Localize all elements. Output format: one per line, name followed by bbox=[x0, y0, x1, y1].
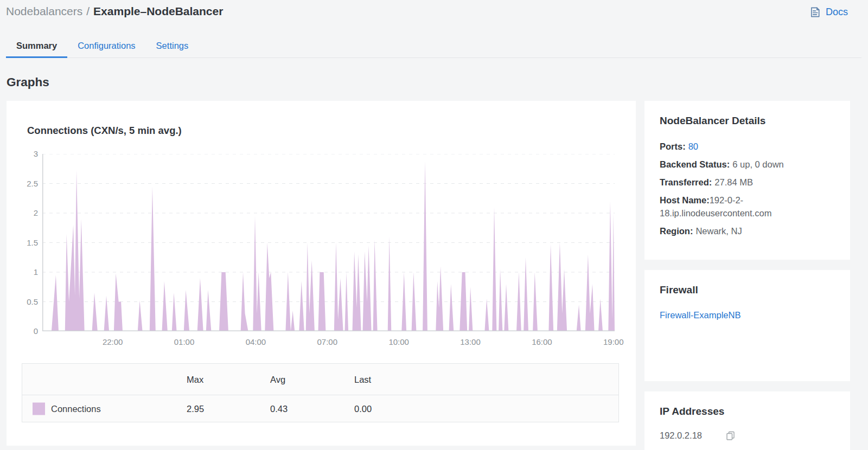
x-tick-label: 22:00 bbox=[91, 337, 135, 346]
hostname-label: Host Name: bbox=[660, 195, 710, 205]
connections-area-chart bbox=[42, 154, 615, 331]
legend-swatch bbox=[33, 402, 45, 415]
transferred-label: Transferred: bbox=[660, 177, 712, 187]
y-tick-label: 0 bbox=[7, 326, 38, 336]
firewall-link[interactable]: Firewall-ExampleNB bbox=[660, 310, 741, 320]
y-tick-label: 0.5 bbox=[7, 297, 38, 307]
x-tick-label: 10:00 bbox=[377, 337, 420, 346]
stat-avg-value: 0.43 bbox=[270, 403, 288, 414]
breadcrumb-nodebalancers-link[interactable]: Nodebalancers bbox=[6, 5, 82, 17]
ip-panel-title: IP Addresses bbox=[660, 406, 835, 417]
x-tick-label: 01:00 bbox=[163, 337, 206, 346]
legend-table: Max Avg Last Connections 2.95 0.43 0.00 bbox=[22, 363, 619, 422]
y-tick-label: 2.5 bbox=[7, 179, 38, 189]
y-tick-label: 3 bbox=[7, 149, 38, 159]
y-tick-label: 2 bbox=[7, 208, 38, 218]
stat-last-value: 0.00 bbox=[354, 403, 372, 414]
legend-table-header: Max Avg Last bbox=[22, 364, 618, 395]
tab-summary[interactable]: Summary bbox=[6, 35, 67, 58]
legend-table-row: Connections 2.95 0.43 0.00 bbox=[22, 395, 618, 422]
x-tick-label: 07:00 bbox=[305, 337, 349, 346]
column-header-last: Last bbox=[354, 374, 371, 384]
graphs-section-title: Graphs bbox=[7, 75, 49, 89]
x-tick-label: 13:00 bbox=[449, 337, 492, 346]
backend-status-label: Backend Status: bbox=[660, 159, 730, 169]
ip-address-value: 192.0.2.18 bbox=[660, 430, 702, 441]
docs-label: Docs bbox=[826, 7, 848, 18]
page-title: Example–NodeBalancer bbox=[93, 5, 223, 17]
column-header-avg: Avg bbox=[270, 374, 285, 384]
transferred-value: 27.84 MB bbox=[714, 177, 753, 187]
ip-addresses-panel: IP Addresses 192.0.2.18 bbox=[644, 391, 850, 450]
page: Nodebalancers/Example–NodeBalancer Docs … bbox=[0, 0, 868, 450]
detail-row-backend-status: Backend Status:6 up, 0 down bbox=[660, 158, 835, 171]
tab-settings[interactable]: Settings bbox=[146, 35, 199, 58]
region-label: Region: bbox=[660, 226, 693, 236]
y-axis-labels: 00.511.522.53 bbox=[7, 154, 38, 331]
y-tick-label: 1.5 bbox=[7, 238, 38, 248]
copy-ip-button[interactable] bbox=[726, 431, 735, 440]
detail-row-ports: Ports:80 bbox=[660, 140, 835, 153]
breadcrumb-separator: / bbox=[86, 5, 90, 17]
firewall-panel: Firewall Firewall-ExampleNB bbox=[644, 270, 850, 381]
backend-status-value: 6 up, 0 down bbox=[732, 159, 784, 169]
connections-graph-panel: Connections (CXN/s, 5 min avg.) 00.511.5… bbox=[7, 101, 636, 446]
legend-series-label: Connections bbox=[51, 403, 101, 414]
chart-title: Connections (CXN/s, 5 min avg.) bbox=[27, 125, 182, 137]
y-tick-label: 1 bbox=[7, 267, 38, 277]
ports-label: Ports: bbox=[660, 142, 686, 151]
detail-row-hostname: Host Name:192-0-2-18.ip.linodeuserconten… bbox=[660, 194, 835, 220]
column-header-max: Max bbox=[187, 374, 203, 384]
region-value: Newark, NJ bbox=[695, 226, 742, 236]
docs-icon bbox=[809, 6, 821, 18]
x-axis-labels: 22:0001:0004:0007:0010:0013:0016:0019:00 bbox=[42, 337, 615, 348]
x-tick-label: 16:00 bbox=[520, 337, 564, 346]
nodebalancer-details-panel: NodeBalancer Details Ports:80 Backend St… bbox=[644, 101, 850, 260]
x-tick-label: 19:00 bbox=[592, 337, 635, 346]
tabbar: Summary Configurations Settings bbox=[6, 35, 199, 58]
connections-area-svg bbox=[42, 154, 615, 331]
detail-row-region: Region:Newark, NJ bbox=[660, 224, 835, 237]
x-tick-label: 04:00 bbox=[234, 337, 277, 346]
tab-configurations[interactable]: Configurations bbox=[67, 35, 145, 58]
breadcrumb: Nodebalancers/Example–NodeBalancer bbox=[6, 5, 223, 18]
detail-row-transferred: Transferred:27.84 MB bbox=[660, 176, 835, 189]
docs-link[interactable]: Docs bbox=[809, 6, 848, 18]
ip-address-row: 192.0.2.18 bbox=[660, 430, 835, 441]
stat-max-value: 2.95 bbox=[187, 403, 204, 414]
firewall-panel-title: Firewall bbox=[660, 284, 835, 296]
ports-value-link[interactable]: 80 bbox=[688, 142, 698, 151]
details-panel-title: NodeBalancer Details bbox=[660, 115, 835, 127]
